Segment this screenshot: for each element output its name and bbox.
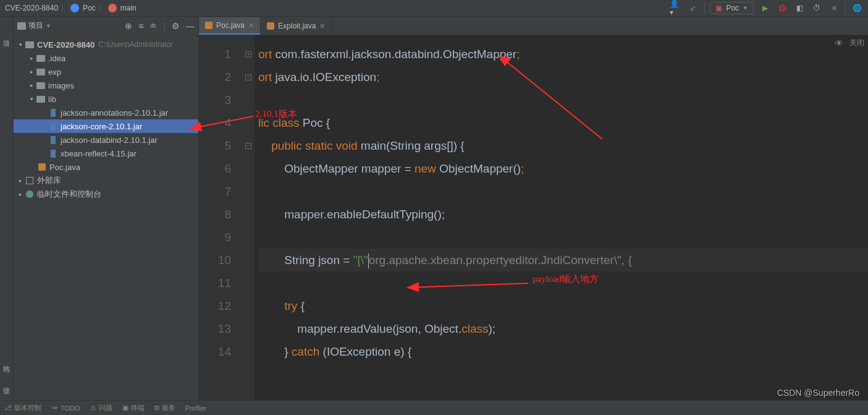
- separator: |: [163, 21, 166, 31]
- watermark: CSDN @SuperherRo: [777, 388, 859, 398]
- tab-poc[interactable]: Poc.java ✕: [199, 17, 261, 35]
- coverage-icon[interactable]: ◧: [793, 2, 806, 14]
- separator: [704, 2, 705, 14]
- jar-icon: [51, 150, 56, 158]
- chevron-down-icon: ▼: [743, 5, 748, 11]
- java-file-icon: [205, 22, 213, 29]
- warning-icon: ⚠: [90, 404, 96, 412]
- expand-icon[interactable]: ≡: [138, 21, 143, 31]
- editor-tabs: Poc.java ✕ Exploit.java ✕: [199, 17, 868, 35]
- method-icon: [108, 4, 117, 12]
- separator: [845, 2, 846, 14]
- chevron-right-icon[interactable]: ▸: [27, 82, 36, 88]
- scratch-icon: [26, 190, 33, 198]
- project-tree[interactable]: ▾ CVE-2020-8840 C:\Users\Administrator ▸…: [14, 35, 198, 400]
- tree-root[interactable]: ▾ CVE-2020-8840 C:\Users\Administrator: [14, 38, 198, 51]
- run-config-selector[interactable]: ▣ Poc ▼: [710, 2, 754, 14]
- branch-icon: ⎇: [4, 404, 12, 412]
- folder-icon: [36, 55, 45, 62]
- jar-icon: [51, 109, 56, 117]
- library-icon: [26, 177, 33, 184]
- folder-icon: [17, 22, 26, 30]
- fold-icon[interactable]: +: [245, 74, 251, 80]
- services-icon: ⧉: [154, 404, 159, 412]
- status-todo[interactable]: ≔TODO: [51, 404, 80, 412]
- bc-class[interactable]: Poc: [83, 4, 96, 12]
- tree-jar-databind[interactable]: jackson-databind-2.10.1.jar: [14, 133, 198, 147]
- close-icon[interactable]: ✕: [319, 22, 325, 30]
- chevron-down-icon: ▼: [46, 23, 51, 29]
- folder-icon: [36, 82, 45, 89]
- editor-body[interactable]: 1234567891011121314 + + − ort com.faster…: [199, 35, 868, 400]
- tree-folder-lib[interactable]: ▾lib: [14, 92, 198, 106]
- chevron-right-icon: 〉: [61, 3, 68, 14]
- toolbar-actions: 👤▾ ↙ ▣ Poc ▼ ▶ 🐞 ◧ ⏱ ■ 🌐: [670, 2, 868, 14]
- todo-icon: ≔: [51, 404, 58, 412]
- tree-folder-exp[interactable]: ▸exp: [14, 65, 198, 79]
- run-config-name: Poc: [726, 4, 739, 12]
- breadcrumb[interactable]: CVE-2020-8840 〉 Poc 〉 main: [0, 3, 670, 14]
- chevron-right-icon[interactable]: ▸: [16, 178, 25, 184]
- main-area: 项目 结构 捷径 项目 ▼ ⊕ ≡ ≐ | ⚙ — ▾: [0, 17, 868, 400]
- folder-icon: [36, 96, 45, 103]
- tree-jar-xbean[interactable]: xbean-reflect-4.15.jar: [14, 147, 198, 160]
- user-icon[interactable]: 👤▾: [670, 2, 682, 14]
- line-gutter[interactable]: 1234567891011121314: [199, 35, 242, 400]
- translate-icon[interactable]: 🌐: [851, 2, 863, 14]
- minimize-icon[interactable]: —: [186, 21, 195, 31]
- jar-icon: [51, 122, 56, 130]
- tree-file-poc[interactable]: Poc.java: [14, 160, 198, 174]
- bc-method[interactable]: main: [120, 4, 137, 12]
- terminal-icon: ▣: [122, 404, 129, 412]
- chevron-right-icon[interactable]: ▸: [27, 69, 36, 75]
- chevron-down-icon[interactable]: ▾: [27, 96, 36, 102]
- java-file-icon: [38, 163, 46, 171]
- tree-folder-idea[interactable]: ▸.idea: [14, 51, 198, 65]
- fold-icon[interactable]: −: [245, 143, 251, 149]
- debug-icon[interactable]: 🐞: [776, 2, 788, 14]
- sidebar-title[interactable]: 项目 ▼: [17, 20, 51, 31]
- fold-icon[interactable]: +: [245, 51, 251, 58]
- profile-icon[interactable]: ⏱: [811, 2, 823, 14]
- tab-exploit[interactable]: Exploit.java ✕: [261, 17, 332, 35]
- status-services[interactable]: ⧉服务: [154, 403, 175, 413]
- status-problems[interactable]: ⚠问题: [90, 403, 112, 413]
- build-icon[interactable]: ↙: [687, 2, 699, 14]
- project-sidebar: 项目 ▼ ⊕ ≡ ≐ | ⚙ — ▾ CVE-2020-8840 C:\User…: [14, 17, 199, 400]
- bc-project[interactable]: CVE-2020-8840: [5, 4, 58, 12]
- chevron-right-icon[interactable]: ▸: [27, 55, 36, 61]
- reader-mode-icon[interactable]: 👁: [835, 38, 843, 48]
- status-profiler[interactable]: Profiler: [185, 404, 207, 412]
- left-tool-rail: 项目 结构 捷径: [0, 17, 14, 400]
- status-bar: ⎇版本控制 ≔TODO ⚠问题 ▣终端 ⧉服务 Profiler: [0, 400, 868, 415]
- stop-button-icon[interactable]: ■: [828, 2, 840, 14]
- tree-jar-annotations[interactable]: jackson-annotations-2.10.1.jar: [14, 106, 198, 119]
- chevron-right-icon: 〉: [98, 3, 106, 14]
- code-content[interactable]: ort com.fasterxml.jackson.databind.Objec…: [255, 35, 868, 400]
- chevron-down-icon[interactable]: ▾: [16, 41, 25, 48]
- tree-external-libs[interactable]: ▸外部库: [14, 174, 198, 187]
- run-icon[interactable]: ▶: [759, 2, 771, 14]
- status-vcs[interactable]: ⎇版本控制: [4, 403, 41, 413]
- gear-icon[interactable]: ⚙: [172, 21, 180, 31]
- jar-icon: [51, 136, 56, 144]
- stop-icon: ▣: [715, 4, 722, 12]
- close-icon[interactable]: ✕: [248, 22, 254, 30]
- collapse-icon[interactable]: ≐: [150, 21, 157, 31]
- class-icon: [70, 4, 79, 12]
- editor-corner-actions: 👁 关闭: [835, 38, 864, 48]
- tree-scratches[interactable]: ▸临时文件和控制台: [14, 187, 198, 201]
- editor-area: Poc.java ✕ Exploit.java ✕ 12345678910111…: [199, 17, 868, 400]
- tree-folder-images[interactable]: ▸images: [14, 79, 198, 92]
- top-toolbar: CVE-2020-8840 〉 Poc 〉 main 👤▾ ↙ ▣ Poc ▼ …: [0, 0, 868, 17]
- folder-icon: [36, 69, 45, 75]
- sidebar-header: 项目 ▼ ⊕ ≡ ≐ | ⚙ —: [14, 17, 198, 35]
- fold-column[interactable]: + + −: [242, 35, 255, 400]
- status-terminal[interactable]: ▣终端: [122, 403, 145, 413]
- close-all-button[interactable]: 关闭: [849, 38, 864, 48]
- tree-jar-core[interactable]: jackson-core-2.10.1.jar: [14, 119, 198, 133]
- java-file-icon: [267, 22, 274, 30]
- folder-icon: [25, 41, 34, 48]
- chevron-right-icon[interactable]: ▸: [16, 191, 25, 197]
- locate-icon[interactable]: ⊕: [125, 21, 132, 31]
